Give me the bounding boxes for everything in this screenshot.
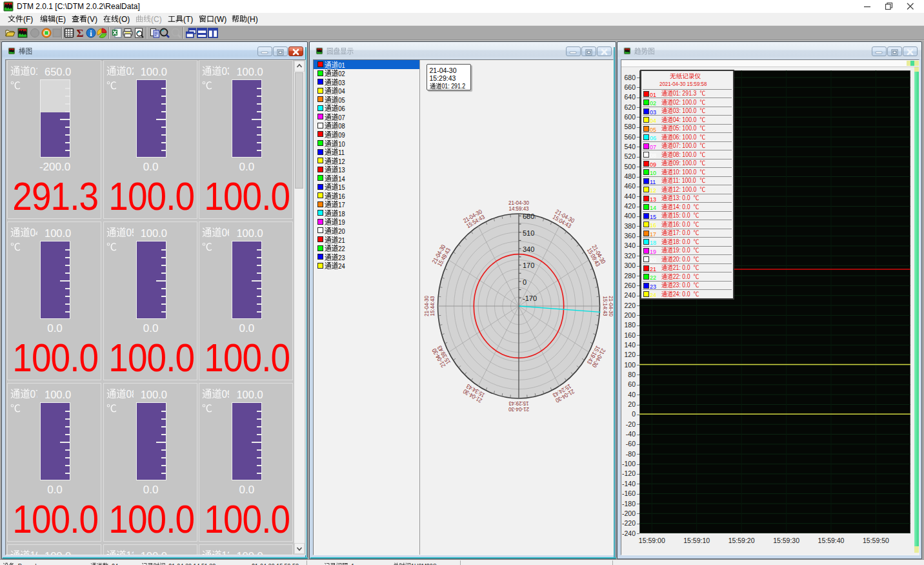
svg-text:02: 100.0: 02: 100.0 xyxy=(673,99,700,106)
svg-text:05: 05 xyxy=(126,227,133,238)
svg-text:10: 10 xyxy=(30,550,37,555)
svg-text:11: 100.0: 11: 100.0 xyxy=(673,177,699,184)
svg-text:07: 07 xyxy=(650,143,656,150)
svg-text:12: 12 xyxy=(650,187,656,194)
svg-text:20: 0.0: 20: 0.0 xyxy=(673,256,694,263)
svg-text:11: 11 xyxy=(650,178,656,185)
svg-text:22: 22 xyxy=(650,274,656,281)
svg-text:14: 0.0: 14: 0.0 xyxy=(673,203,694,211)
svg-text:06: 06 xyxy=(650,134,656,141)
svg-text:06: 06 xyxy=(338,105,345,113)
svg-text:(W): (W) xyxy=(214,15,226,24)
svg-text:19: 19 xyxy=(650,248,656,255)
svg-text:(E): (E) xyxy=(55,15,66,24)
svg-text:19: 19 xyxy=(338,219,345,227)
svg-text:05: 05 xyxy=(338,96,345,104)
svg-text:07: 100.0: 07: 100.0 xyxy=(673,142,700,149)
svg-text:17: 0.0: 17: 0.0 xyxy=(673,229,694,236)
svg-text:15:14:43: 15:14:43 xyxy=(602,296,609,316)
svg-text:21: 21 xyxy=(650,265,656,272)
svg-text:16: 16 xyxy=(338,192,345,200)
svg-text:Σ: Σ xyxy=(76,28,83,38)
svg-text:08: 08 xyxy=(126,388,133,400)
svg-text:(F): (F) xyxy=(23,15,33,24)
svg-text:13: 13 xyxy=(338,166,345,174)
svg-text:01: 01 xyxy=(338,61,345,69)
svg-text:21: 21 xyxy=(338,236,345,244)
svg-text:20: 20 xyxy=(338,227,345,235)
svg-text:13: 13 xyxy=(650,196,656,203)
svg-text:23: 0.0: 23: 0.0 xyxy=(673,282,694,289)
svg-text:07: 07 xyxy=(30,388,37,400)
svg-text:03: 03 xyxy=(222,65,229,77)
svg-text:06: 06 xyxy=(222,227,229,238)
svg-text:18: 18 xyxy=(338,210,345,218)
svg-text:24: 0.0: 24: 0.0 xyxy=(673,291,694,298)
svg-text:03: 100.0: 03: 100.0 xyxy=(673,107,700,114)
svg-text:20: 20 xyxy=(650,256,656,263)
svg-text:(V): (V) xyxy=(87,15,97,24)
svg-text:17: 17 xyxy=(650,231,656,238)
svg-text:02: 02 xyxy=(650,99,656,107)
svg-text:04: 04 xyxy=(650,117,656,124)
svg-text:: Record: : Record xyxy=(15,562,37,565)
svg-text:2021-04-30 15:59:58: 2021-04-30 15:59:58 xyxy=(659,81,707,87)
svg-text:(O): (O) xyxy=(119,15,130,24)
svg-text:13: 0.0: 13: 0.0 xyxy=(673,194,694,201)
svg-text:23: 23 xyxy=(650,283,656,290)
svg-text:07: 07 xyxy=(338,114,345,121)
svg-text:11: 11 xyxy=(126,550,133,555)
svg-text:21: 0.0: 21: 0.0 xyxy=(673,264,694,271)
svg-text:03: 03 xyxy=(338,79,345,87)
svg-text:18: 18 xyxy=(650,239,656,246)
svg-text:08: 08 xyxy=(650,152,656,159)
svg-text:11: 11 xyxy=(338,149,345,156)
svg-text:08: 08 xyxy=(338,123,345,130)
svg-text:: 21-04-30 14:51:38: : 21-04-30 14:51:38 xyxy=(165,562,216,565)
svg-text:01: 01 xyxy=(30,65,37,77)
svg-text:05: 100.0: 05: 100.0 xyxy=(673,125,700,132)
svg-text:01: 01 xyxy=(650,91,656,98)
svg-text:08: 100.0: 08: 100.0 xyxy=(673,151,700,158)
svg-text:: 24: : 24 xyxy=(108,562,118,565)
svg-text:14:59:43: 14:59:43 xyxy=(508,205,528,212)
svg-text:12: 100.0: 12: 100.0 xyxy=(673,186,700,193)
svg-text:19: 0.0: 19: 0.0 xyxy=(673,247,694,254)
svg-text:15: 15 xyxy=(650,213,656,220)
svg-text:24: 24 xyxy=(338,262,345,270)
svg-text:: 1: : 1 xyxy=(348,562,354,565)
svg-text:22: 0.0: 22: 0.0 xyxy=(673,273,694,280)
svg-text:12: 12 xyxy=(338,158,345,165)
svg-text:01: 291.3: 01: 291.3 xyxy=(673,90,700,97)
svg-text:04: 04 xyxy=(30,227,37,238)
svg-text:15: 0.0: 15: 0.0 xyxy=(673,212,694,219)
svg-text:16: 16 xyxy=(650,221,656,229)
svg-text:12: 12 xyxy=(222,550,229,555)
svg-text:(T): (T) xyxy=(183,15,193,24)
svg-text:(H): (H) xyxy=(247,15,258,24)
svg-text:01: 291.2: 01: 291.2 xyxy=(441,83,465,90)
svg-text:02: 02 xyxy=(126,65,133,77)
svg-text:09: 09 xyxy=(222,388,229,400)
svg-text:18: 0.0: 18: 0.0 xyxy=(673,238,694,245)
svg-text:15:44:43: 15:44:43 xyxy=(429,296,436,316)
svg-text:(C): (C) xyxy=(151,15,162,24)
svg-text:04: 100.0: 04: 100.0 xyxy=(673,116,700,123)
svg-text:10: 10 xyxy=(338,140,345,148)
svg-text:14: 14 xyxy=(338,175,345,183)
svg-text:04: 04 xyxy=(338,87,345,95)
svg-text:09: 100.0: 09: 100.0 xyxy=(673,159,700,167)
svg-text:15:29:43: 15:29:43 xyxy=(508,400,528,407)
svg-text:16: 0.0: 16: 0.0 xyxy=(673,221,694,228)
svg-text:02: 02 xyxy=(338,70,345,77)
svg-text:10: 100.0: 10: 100.0 xyxy=(673,169,700,176)
svg-text:21-04-30 15:59:58: 21-04-30 15:59:58 xyxy=(252,562,299,565)
svg-text:24: 24 xyxy=(650,291,656,298)
svg-text:05: 05 xyxy=(650,126,656,133)
svg-text:03: 03 xyxy=(650,108,656,116)
svg-text:15: 15 xyxy=(338,183,345,191)
svg-text:1H8M20S: 1H8M20S xyxy=(411,562,437,565)
svg-text:09: 09 xyxy=(338,131,345,139)
svg-text:06: 100.0: 06: 100.0 xyxy=(673,134,700,141)
svg-text:17: 17 xyxy=(338,201,345,209)
